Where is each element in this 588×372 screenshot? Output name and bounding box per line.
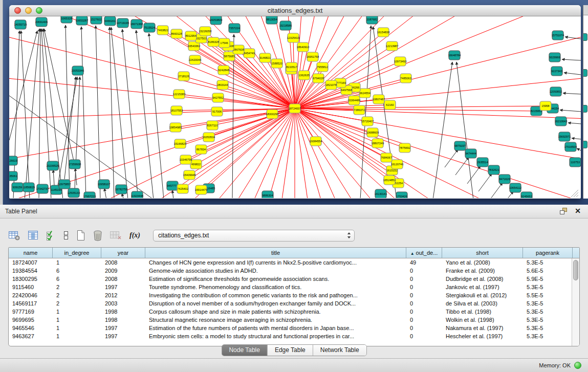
table-cell[interactable]: 5.3E-5 — [523, 258, 573, 267]
table-cell[interactable]: 2003 — [101, 299, 145, 308]
tab-edge-table[interactable]: Edge Table — [268, 345, 313, 356]
table-panel-titlebar[interactable]: Table Panel ✕ — [0, 205, 588, 218]
table-cell[interactable]: 18724007 — [9, 258, 53, 267]
table-cell[interactable]: Disruption of a novel member of a sodium… — [145, 299, 406, 308]
table-row[interactable]: 946554611997Estimation of the future num… — [9, 324, 579, 332]
table-cell[interactable]: 22420046 — [9, 291, 53, 299]
scrollbar-thumb[interactable] — [573, 260, 578, 280]
table-cell[interactable]: 5.5E-5 — [523, 291, 573, 299]
table-cell[interactable]: Franke et al. (2009) — [442, 267, 523, 275]
table-cell[interactable]: Wolkin et al. (1998) — [442, 316, 523, 324]
new-column-icon[interactable] — [76, 230, 86, 241]
network-canvas[interactable]: 2626619179572231250513311451941734273711… — [9, 16, 581, 198]
table-cell[interactable]: 19384554 — [9, 267, 53, 275]
table-cell[interactable]: Jankovic et al. (1997) — [442, 283, 523, 291]
vertical-scrollbar[interactable] — [572, 258, 579, 346]
resize-grip-icon[interactable] — [574, 192, 578, 197]
table-cell[interactable]: 9699695 — [9, 316, 53, 324]
table-cell[interactable]: Tibbo et al. (1998) — [442, 308, 523, 316]
table-cell[interactable]: 6 — [53, 275, 101, 283]
table-cell[interactable]: 18300295 — [9, 275, 53, 283]
table-cell[interactable]: 2008 — [101, 258, 145, 267]
float-panel-icon[interactable] — [560, 208, 568, 215]
table-cell[interactable]: Yano et al. (2008) — [442, 258, 523, 267]
function-builder-icon[interactable]: f(x) — [129, 231, 140, 239]
table-cell[interactable]: 1 — [53, 324, 101, 332]
table-cell[interactable]: 0 — [406, 316, 442, 324]
table-cell[interactable]: 6 — [53, 267, 101, 275]
table-cell[interactable]: 1998 — [101, 308, 145, 316]
table-cell[interactable]: Estimation of significance thresholds fo… — [145, 275, 406, 283]
table-cell[interactable]: 1997 — [101, 283, 145, 291]
table-cell[interactable]: 9463627 — [9, 332, 53, 340]
table-cell[interactable]: 9465546 — [9, 324, 53, 332]
table-cell[interactable]: 1998 — [101, 316, 145, 324]
table-row[interactable]: 1872400712008Changes of HCN gene express… — [9, 258, 579, 267]
column-header[interactable]: year — [101, 248, 145, 258]
column-header[interactable]: in_degree — [53, 248, 101, 258]
column-header[interactable]: pagerank — [523, 248, 573, 258]
column-header[interactable]: title — [145, 248, 406, 258]
tab-node-table[interactable]: Node Table — [222, 345, 268, 356]
table-cell[interactable]: Changes of HCN gene expression and I(f) … — [145, 258, 406, 267]
table-cell[interactable]: 0 — [406, 283, 442, 291]
table-cell[interactable]: Genome-wide association studies in ADHD. — [145, 267, 406, 275]
delete-columns-icon[interactable] — [93, 230, 103, 241]
table-cell[interactable]: 0 — [406, 299, 442, 308]
network-window-titlebar[interactable]: citations_edges.txt — [9, 5, 581, 16]
table-cell[interactable]: 0 — [406, 308, 442, 316]
table-cell[interactable]: de Silva et al. (2003) — [442, 299, 523, 308]
table-settings-icon[interactable] — [8, 230, 20, 240]
table-cell[interactable]: 5.9E-5 — [523, 275, 573, 283]
table-cell[interactable]: Dudbridge et al. (2008) — [442, 275, 523, 283]
table-cell[interactable]: 5.3E-5 — [523, 299, 573, 308]
table-cell[interactable]: 1 — [53, 316, 101, 324]
table-cell[interactable]: Estimation of the future numbers of pati… — [145, 324, 406, 332]
resize-grip-icon[interactable] — [576, 195, 578, 197]
close-panel-icon[interactable]: ✕ — [575, 207, 581, 215]
table-cell[interactable]: 2008 — [101, 275, 145, 283]
table-row[interactable]: 1938455462009Genome-wide association stu… — [9, 267, 579, 275]
table-cell[interactable]: 0 — [406, 275, 442, 283]
table-cell[interactable]: 14569117 — [9, 299, 53, 308]
table-cell[interactable]: 5.3E-5 — [523, 283, 573, 291]
node-table[interactable]: namein_degreeyeartitle▲out_de...shortpag… — [8, 247, 580, 346]
column-header[interactable]: short — [442, 248, 523, 258]
table-cell[interactable]: 1 — [53, 258, 101, 267]
table-cell[interactable]: 5.6E-5 — [523, 267, 573, 275]
table-cell[interactable]: 1997 — [101, 332, 145, 340]
table-cell[interactable]: 2 — [53, 283, 101, 291]
table-cell[interactable]: Structural magnetic resonance image aver… — [145, 316, 406, 324]
table-row[interactable]: 977716911998Corpus callosum shape and si… — [9, 308, 579, 316]
table-cell[interactable]: Nakamura et al. (1997) — [442, 324, 523, 332]
table-cell[interactable]: Tourette syndrome. Phenomenology and cla… — [145, 283, 406, 291]
table-row[interactable]: 1456911722003Disruption of a novel membe… — [9, 299, 579, 308]
table-cell[interactable]: 0 — [406, 267, 442, 275]
column-header[interactable]: name — [9, 248, 53, 258]
table-cell[interactable]: 0 — [406, 291, 442, 299]
table-row[interactable]: 969969511998Structural magnetic resonanc… — [9, 316, 579, 324]
table-cell[interactable]: 9115460 — [9, 283, 53, 291]
select-columns-icon[interactable] — [46, 230, 56, 240]
table-cell[interactable]: 0 — [406, 332, 442, 340]
table-cell[interactable]: 5.3E-5 — [523, 324, 573, 332]
table-cell[interactable]: 9777169 — [9, 308, 53, 316]
table-row[interactable]: 946362711997Embryonic stem cells: a mode… — [9, 332, 579, 340]
table-row[interactable]: 911546021997Tourette syndrome. Phenomeno… — [9, 283, 579, 291]
table-cell[interactable]: 1997 — [101, 324, 145, 332]
table-cell[interactable]: Embryonic stem cells: a model to study s… — [145, 332, 406, 340]
table-cell[interactable]: 2 — [53, 291, 101, 299]
table-cell[interactable]: Investigating the contribution of common… — [145, 291, 406, 299]
tab-network-table[interactable]: Network Table — [313, 345, 366, 356]
table-cell[interactable]: Corpus callosum shape and size in male p… — [145, 308, 406, 316]
table-cell[interactable]: 1 — [53, 332, 101, 340]
table-cell[interactable]: Stergiakouli et al. (2012) — [442, 291, 523, 299]
network-window[interactable]: citations_edges.txt 26266191795722312505… — [9, 5, 581, 199]
table-row[interactable]: 1830029562008Estimation of significance … — [9, 275, 579, 283]
table-cell[interactable]: 0 — [406, 324, 442, 332]
table-cell[interactable]: 5.3E-5 — [523, 308, 573, 316]
table-cell[interactable]: 2012 — [101, 291, 145, 299]
table-cell[interactable]: Hescheler et al. (1997) — [442, 332, 523, 340]
table-cell[interactable]: 2 — [53, 299, 101, 308]
table-cell[interactable]: 2009 — [101, 267, 145, 275]
